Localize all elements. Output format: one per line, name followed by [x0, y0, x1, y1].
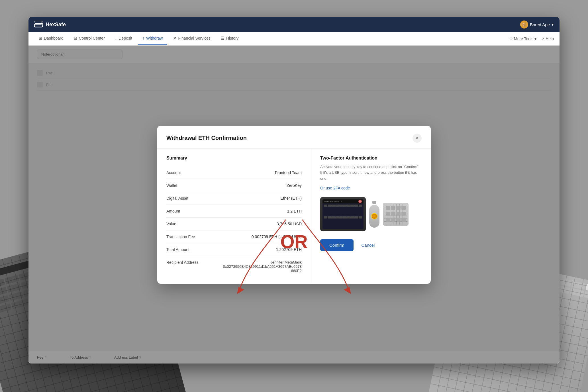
digital-asset-label: Digital Asset	[166, 196, 188, 201]
macbook-screen: Unlock with Touch ID →	[322, 199, 364, 229]
macbook-illustration: Unlock with Touch ID →	[320, 197, 366, 231]
macbook-keyboard	[322, 203, 364, 229]
confirm-button[interactable]: Confirm	[320, 239, 354, 251]
key	[558, 278, 572, 287]
hexsafe-logo-icon	[34, 21, 43, 28]
help-label: Help	[546, 36, 554, 41]
cancel-button[interactable]: Cancel	[357, 239, 379, 251]
app-topbar: HexSafe 🐒 Bored Ape ▾	[28, 17, 560, 32]
key	[386, 212, 390, 216]
nav-item-dashboard[interactable]: ⊞ Dashboard	[34, 32, 68, 45]
key	[386, 206, 390, 210]
key	[396, 212, 401, 216]
key	[359, 205, 362, 207]
modal-overlay: Withdrawal ETH Confirmation × Summary Ac…	[28, 46, 560, 364]
user-avatar: 🐒	[520, 21, 528, 28]
key	[396, 206, 401, 210]
username-label: Bored Ape	[530, 22, 550, 27]
topbar-right: 🐒 Bored Ape ▾	[520, 21, 554, 28]
usb-connector	[372, 201, 376, 204]
summary-row-transaction-fee: Transaction Fee 0.002709 ETH (= 8.55 USD…	[166, 230, 302, 243]
nav-items: ⊞ Dashboard ⊟ Control Center ↓ Deposit ↑…	[34, 32, 243, 45]
key	[328, 216, 331, 219]
summary-row-value: Value 3,786.50 USD	[166, 218, 302, 230]
key	[351, 205, 355, 207]
twofa-heading: Two-Factor Authentication	[320, 156, 422, 161]
key	[401, 206, 406, 210]
key	[571, 281, 586, 290]
nav-label-history: History	[226, 36, 239, 40]
more-tools-dropdown-icon: ▾	[534, 36, 536, 41]
key	[347, 216, 351, 219]
key	[401, 218, 406, 222]
summary-row-recipient-address: Recipient Address Jennifer MetaMask 0x02…	[166, 256, 302, 277]
more-tools-icon: ⊕	[509, 36, 513, 41]
use-2fa-code-link[interactable]: Or use 2FA code	[320, 186, 422, 190]
macbook-touchbar: Unlock with Touch ID →	[322, 199, 364, 203]
key	[328, 205, 331, 207]
account-value: Frontend Team	[275, 170, 302, 175]
key	[339, 216, 343, 219]
touchbar-text: Unlock with Touch ID →	[324, 201, 342, 202]
key	[335, 205, 339, 207]
digital-asset-value: Ether (ETH)	[280, 196, 302, 201]
key	[355, 205, 359, 207]
app-content: Reci Fee Withdrawal ETH Confirmation ×	[28, 46, 560, 364]
app-navbar: ⊞ Dashboard ⊟ Control Center ↓ Deposit ↑…	[28, 32, 560, 46]
key	[391, 212, 395, 216]
history-icon: ☰	[221, 36, 224, 40]
withdraw-icon: ↑	[142, 36, 144, 40]
modal-close-button[interactable]: ×	[413, 134, 422, 143]
dropdown-icon: ▾	[552, 22, 554, 27]
nav-right: ⊕ More Tools ▾ ↗ Help	[509, 36, 554, 41]
key	[0, 287, 7, 296]
key	[335, 216, 339, 219]
nav-item-withdraw[interactable]: ↑ Withdraw	[138, 32, 167, 45]
recipient-address-value: Jennifer MetaMask 0x0273956B4C829911d1bA…	[222, 260, 302, 273]
nav-item-control-center[interactable]: ⊟ Control Center	[69, 32, 109, 45]
modal-twofa-panel: Two-Factor Authentication Activate your …	[311, 149, 431, 284]
summary-row-digital-asset: Digital Asset Ether (ETH)	[166, 192, 302, 205]
nav-item-financial-services[interactable]: ↗ Financial Services	[168, 32, 215, 45]
summary-row-account: Account Frontend Team	[166, 166, 302, 179]
nav-label-withdraw: Withdraw	[146, 36, 163, 40]
value-value: 3,786.50 USD	[277, 222, 302, 226]
key	[351, 216, 355, 219]
nav-item-history[interactable]: ☰ History	[216, 32, 243, 45]
key	[7, 283, 21, 293]
key	[324, 205, 327, 207]
transaction-fee-value: 0.002709 ETH (= 8.55 USD)	[252, 234, 302, 239]
key	[391, 206, 395, 210]
key	[355, 216, 359, 219]
keyboard-small-illustration	[383, 203, 409, 226]
key	[9, 291, 24, 301]
recipient-address: 0x0273956B4C829911d1bA661A3697AEe6578660…	[222, 264, 302, 273]
key	[347, 205, 351, 207]
recipient-address-label: Recipient Address	[166, 260, 199, 265]
key	[331, 216, 335, 219]
user-menu-button[interactable]: 🐒 Bored Ape ▾	[520, 21, 554, 28]
dashboard-icon: ⊞	[39, 36, 42, 40]
key	[396, 218, 401, 222]
confirmation-modal: Withdrawal ETH Confirmation × Summary Ac…	[157, 126, 431, 284]
help-button[interactable]: ↗ Help	[541, 36, 554, 41]
key	[324, 216, 327, 219]
app-logo-text: HexSafe	[46, 22, 66, 28]
app-logo: HexSafe	[34, 21, 66, 28]
key	[386, 218, 390, 222]
deposit-icon: ↓	[115, 36, 117, 40]
key	[570, 288, 584, 297]
key	[391, 218, 395, 222]
modal-header: Withdrawal ETH Confirmation ×	[157, 126, 431, 149]
amount-value: 1.2 ETH	[287, 209, 302, 213]
account-label: Account	[166, 170, 181, 175]
summary-row-wallet: Wallet ZeroKey	[166, 179, 302, 192]
value-label: Value	[166, 222, 176, 226]
nav-item-deposit[interactable]: ↓ Deposit	[111, 32, 137, 45]
summary-heading: Summary	[166, 156, 302, 161]
modal-summary-panel: Summary Account Frontend Team Wallet Zer…	[157, 149, 311, 284]
app-window: HexSafe 🐒 Bored Ape ▾ ⊞ Dashboard ⊟ Cont…	[28, 17, 560, 364]
summary-row-total-amount: Total Amount 1.202709 ETH	[166, 243, 302, 256]
key	[0, 295, 10, 305]
more-tools-button[interactable]: ⊕ More Tools ▾	[509, 36, 536, 41]
